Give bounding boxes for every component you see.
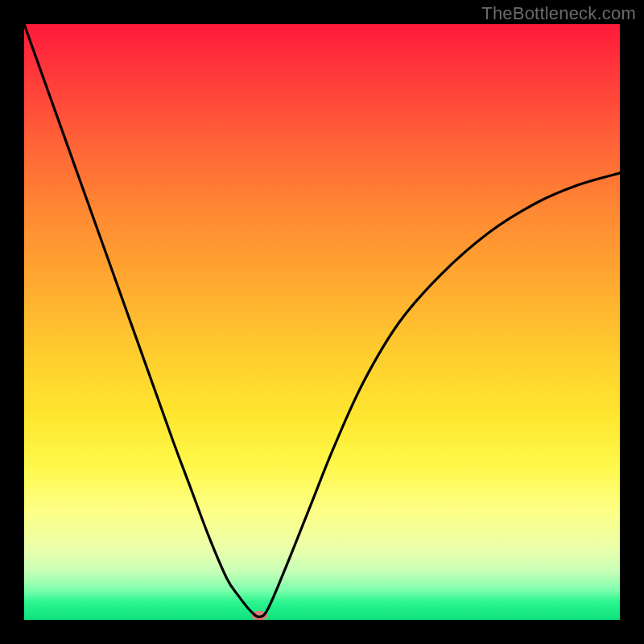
watermark-text: TheBottleneck.com [481, 3, 636, 24]
chart-frame: TheBottleneck.com [0, 0, 644, 644]
bottleneck-curve-path [24, 24, 620, 617]
plot-area [24, 24, 620, 620]
chart-svg [24, 24, 620, 620]
